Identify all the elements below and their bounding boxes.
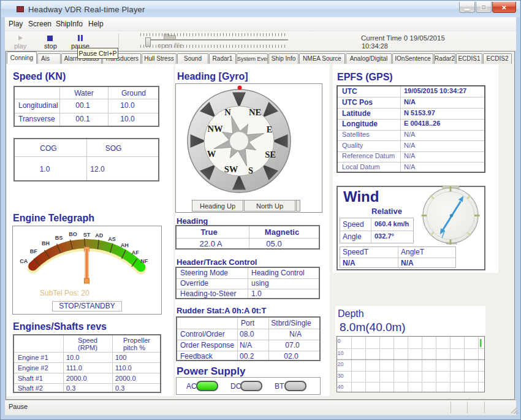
- svg-text:SW: SW: [224, 164, 238, 174]
- svg-text:20: 20: [338, 361, 344, 367]
- svg-text:10: 10: [338, 350, 344, 356]
- svg-text:0: 0: [338, 338, 341, 344]
- svg-text:ST: ST: [83, 232, 91, 238]
- svg-text:40: 40: [338, 384, 344, 390]
- svg-text:BF: BF: [30, 248, 37, 254]
- svg-text:W: W: [207, 149, 216, 159]
- svg-text:BS: BS: [55, 235, 63, 241]
- svg-text:30: 30: [338, 373, 344, 379]
- svg-text:NF: NF: [140, 258, 148, 264]
- svg-text:BH: BH: [42, 240, 50, 246]
- svg-text:E: E: [267, 124, 273, 134]
- svg-text:AD: AD: [95, 232, 103, 239]
- svg-text:CA: CA: [20, 258, 28, 264]
- svg-text:BO: BO: [69, 231, 77, 237]
- svg-text:AH: AH: [121, 242, 129, 248]
- svg-text:S: S: [248, 166, 253, 175]
- svg-text:N: N: [224, 107, 231, 117]
- svg-text:NE: NE: [249, 107, 261, 117]
- svg-text:AF: AF: [132, 250, 139, 256]
- svg-text:NW: NW: [208, 124, 223, 134]
- svg-text:AS: AS: [108, 236, 116, 242]
- svg-text:SE: SE: [265, 150, 276, 159]
